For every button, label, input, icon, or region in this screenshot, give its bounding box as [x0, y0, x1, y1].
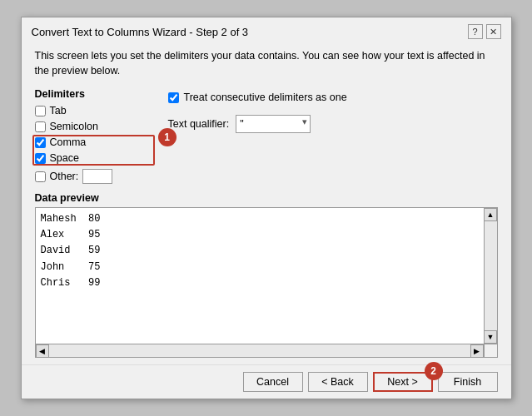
finish-button[interactable]: Finish — [438, 372, 498, 392]
highlighted-area: Comma Space 1 — [35, 136, 152, 164]
scroll-down-btn[interactable]: ▼ — [484, 330, 497, 344]
qualifier-label: Text qualifier: — [168, 118, 230, 130]
next-button[interactable]: Next > — [373, 372, 433, 392]
scroll-right-btn[interactable]: ▶ — [470, 344, 484, 358]
next-btn-wrapper: Next > 2 — [373, 372, 433, 392]
other-text-input[interactable] — [82, 169, 112, 184]
consecutive-checkbox[interactable] — [168, 92, 179, 103]
back-button[interactable]: < Back — [308, 372, 368, 392]
space-label: Space — [50, 152, 79, 164]
space-row: Space — [35, 152, 152, 164]
dialog-title: Convert Text to Columns Wizard - Step 2 … — [32, 26, 249, 38]
tab-checkbox[interactable] — [35, 106, 46, 116]
qualifier-row: Text qualifier: " ' {none} — [168, 115, 498, 133]
consecutive-label: Treat consecutive delimiters as one — [184, 92, 347, 103]
semicolon-checkbox[interactable] — [35, 121, 46, 132]
scroll-left-btn[interactable]: ◀ — [36, 344, 49, 358]
space-checkbox[interactable] — [35, 153, 46, 164]
preview-section: Data preview Mahesh 80 Alex 95 David 59 … — [35, 192, 498, 358]
title-bar: Convert Text to Columns Wizard - Step 2 … — [22, 17, 511, 42]
dialog-content: This screen lets you set the delimiters … — [22, 42, 511, 364]
scroll-up-btn[interactable]: ▲ — [484, 208, 497, 221]
close-button[interactable]: ✕ — [486, 24, 501, 39]
main-area: Delimiters Tab Semicolon Comma — [35, 88, 498, 184]
tab-row: Tab — [35, 105, 152, 116]
comma-label: Comma — [50, 136, 87, 148]
dialog: Convert Text to Columns Wizard - Step 2 … — [21, 17, 512, 399]
consecutive-row: Treat consecutive delimiters as one — [168, 92, 498, 103]
preview-label: Data preview — [35, 192, 498, 204]
cancel-button[interactable]: Cancel — [243, 372, 303, 392]
scroll-track-h — [49, 344, 470, 357]
tab-label: Tab — [50, 105, 67, 116]
badge-2: 2 — [425, 362, 443, 380]
preview-content: Mahesh 80 Alex 95 David 59 John 75 Chris… — [36, 208, 497, 295]
description-text: This screen lets you set the delimiters … — [35, 49, 498, 78]
title-controls: ? ✕ — [468, 24, 501, 39]
delimiters-section: Delimiters Tab Semicolon Comma — [35, 88, 152, 184]
other-label: Other: — [50, 171, 79, 182]
semicolon-row: Semicolon — [35, 121, 152, 132]
other-row: Other: — [35, 169, 152, 184]
delimiters-label: Delimiters — [35, 88, 152, 100]
comma-row: Comma — [35, 136, 152, 148]
horizontal-scrollbar[interactable]: ◀ ▶ — [36, 344, 484, 357]
help-button[interactable]: ? — [468, 24, 483, 39]
comma-checkbox[interactable] — [35, 137, 46, 148]
preview-box: Mahesh 80 Alex 95 David 59 John 75 Chris… — [35, 207, 498, 358]
vertical-scrollbar[interactable]: ▲ ▼ — [484, 208, 497, 344]
badge-1: 1 — [158, 128, 177, 146]
other-checkbox[interactable] — [35, 171, 46, 182]
qualifier-select-wrapper: " ' {none} — [236, 115, 311, 133]
semicolon-label: Semicolon — [50, 121, 98, 132]
scroll-track-v — [485, 221, 497, 330]
button-row: Cancel < Back Next > 2 Finish — [22, 364, 511, 399]
right-section: Treat consecutive delimiters as one Text… — [168, 88, 498, 184]
qualifier-select[interactable]: " ' {none} — [236, 115, 311, 133]
scroll-corner — [484, 344, 497, 357]
